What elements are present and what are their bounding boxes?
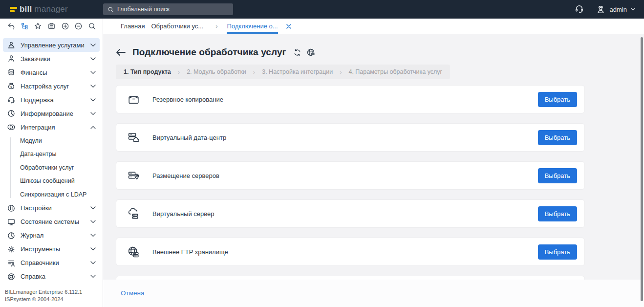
sidebar-item-integration[interactable]: Интеграция bbox=[3, 120, 100, 134]
step-separator: › bbox=[253, 68, 255, 76]
step-integration-setup: 3. Настройка интеграции bbox=[262, 68, 333, 75]
step-product-type: 1. Тип продукта bbox=[124, 68, 171, 75]
sidebar-item-label: Информирование bbox=[21, 110, 86, 117]
wizard-content: Подключение обработчика услуг 1. Тип про… bbox=[103, 34, 585, 307]
sidebar-subitem-modules[interactable]: Модули bbox=[3, 134, 100, 148]
sidebar-item-directories[interactable]: Справочники bbox=[3, 256, 100, 270]
chevron-down-icon bbox=[90, 85, 96, 88]
topbar-right: admin bbox=[575, 4, 644, 15]
version-line: BILLmanager Enterprise 6.112.1 bbox=[5, 288, 82, 296]
backup-icon bbox=[126, 93, 141, 106]
sidebar-item-journal[interactable]: Журнал bbox=[3, 229, 100, 242]
virtual-server-icon bbox=[126, 207, 141, 220]
sidebar-item-settings[interactable]: Настройки bbox=[3, 201, 100, 215]
product-card-virtual-datacenter: Виртуальный дата-центр Выбрать bbox=[116, 123, 585, 152]
finance-icon bbox=[7, 68, 16, 77]
pie-chart-icon bbox=[7, 109, 16, 118]
topbar: billmanager Глобальный поиск admin bbox=[0, 0, 644, 19]
sidebar-item-label: Финансы bbox=[21, 69, 86, 76]
sidebar-menu: Управление услугами Заказчики Финансы $ … bbox=[0, 34, 103, 284]
colocation-icon bbox=[126, 169, 141, 182]
sidebar-item-label: Настройки bbox=[21, 204, 86, 212]
sidebar-item-support[interactable]: Поддержка bbox=[3, 93, 100, 107]
sidebar-item-service-setup[interactable]: $ Настройка услуг bbox=[3, 79, 100, 93]
chevron-down-icon bbox=[631, 8, 635, 11]
sidebar-item-customers[interactable]: Заказчики bbox=[3, 52, 100, 66]
search-icon[interactable] bbox=[88, 22, 96, 30]
chevron-down-icon bbox=[90, 44, 96, 47]
sidebar-item-label: Настройка услуг bbox=[21, 83, 86, 90]
sidebar-subitem-ldap-sync[interactable]: Синхронизация с LDAP bbox=[3, 188, 100, 201]
vertical-scrollbar[interactable] bbox=[641, 37, 643, 301]
chevron-up-icon bbox=[90, 126, 96, 129]
chevron-down-icon bbox=[90, 275, 96, 278]
page-title: Подключение обработчика услуг bbox=[132, 47, 286, 58]
support-headset-icon[interactable] bbox=[575, 4, 584, 15]
chevron-down-icon bbox=[90, 71, 96, 74]
version-info: BILLmanager Enterprise 6.112.1 ISPsystem… bbox=[5, 288, 82, 303]
customers-icon bbox=[7, 54, 16, 63]
star-icon[interactable] bbox=[34, 22, 42, 30]
tab-close-icon[interactable] bbox=[286, 19, 291, 34]
logo-text-secondary: manager bbox=[34, 4, 68, 14]
money-bag-icon: $ bbox=[7, 82, 16, 90]
subbar: Главная Обработчики ус... › Подключение … bbox=[0, 19, 644, 34]
product-label: Резервное копирование bbox=[152, 96, 223, 103]
step-separator: › bbox=[340, 68, 342, 76]
global-search-placeholder: Глобальный поиск bbox=[117, 6, 170, 13]
sidebar-item-notifications[interactable]: Информирование bbox=[3, 107, 100, 120]
hierarchy-icon[interactable] bbox=[21, 22, 29, 30]
select-button[interactable]: Выбрать bbox=[538, 168, 577, 183]
back-arrow-icon[interactable] bbox=[116, 48, 126, 56]
select-button[interactable]: Выбрать bbox=[538, 206, 577, 221]
sidebar-item-finance[interactable]: Финансы bbox=[3, 66, 100, 79]
tab-home[interactable]: Главная bbox=[121, 19, 145, 34]
sidebar-item-label: Поддержка bbox=[21, 96, 86, 104]
admin-avatar-icon bbox=[596, 4, 606, 15]
sidebar-subitem-datacenters[interactable]: Дата-центры bbox=[3, 148, 100, 161]
select-button[interactable]: Выбрать bbox=[538, 92, 577, 107]
tab-connect-processor[interactable]: Подключение о... bbox=[227, 19, 278, 34]
tab-separator-chevron: › bbox=[215, 19, 217, 34]
cancel-link[interactable]: Отмена bbox=[121, 289, 144, 297]
product-label: Виртуальный дата-центр bbox=[152, 134, 226, 141]
chevron-down-icon bbox=[90, 234, 96, 237]
sidebar-item-service-management[interactable]: Управление услугами bbox=[3, 38, 100, 52]
zoom-in-icon[interactable] bbox=[61, 22, 69, 30]
zoom-out-icon[interactable] bbox=[74, 22, 83, 30]
product-label: Виртуальный сервер bbox=[152, 210, 215, 218]
svg-text:$: $ bbox=[10, 86, 12, 88]
sidebar-item-system-status[interactable]: Состояние системы bbox=[3, 215, 100, 229]
chevron-down-icon bbox=[90, 206, 96, 210]
tab-bar: Главная Обработчики ус... › Подключение … bbox=[121, 19, 291, 34]
tasks-icon[interactable] bbox=[47, 22, 56, 30]
sidebar-item-tools[interactable]: Инструменты bbox=[3, 242, 100, 256]
product-card-backup: Резервное копирование Выбрать bbox=[116, 85, 585, 113]
chevron-down-icon bbox=[90, 98, 96, 102]
logo-text-primary: bill bbox=[20, 4, 32, 14]
chevron-down-icon bbox=[90, 220, 96, 223]
global-search-input[interactable]: Глобальный поиск bbox=[103, 3, 233, 15]
sidebar-item-label: Справочники bbox=[21, 259, 86, 266]
select-button[interactable]: Выбрать bbox=[538, 130, 577, 145]
sidebar-subitem-message-gateways[interactable]: Шлюзы сообщений bbox=[3, 175, 100, 188]
globe-icon[interactable] bbox=[306, 48, 315, 57]
sidebar-subitem-service-processors[interactable]: Обработчики услуг bbox=[3, 161, 100, 175]
sidebar-item-help[interactable]: Справка bbox=[3, 270, 100, 284]
gear-icon bbox=[7, 245, 16, 254]
back-icon[interactable] bbox=[6, 22, 15, 30]
monitor-icon bbox=[7, 218, 16, 226]
sidebar-item-label: Справка bbox=[21, 273, 86, 280]
refresh-icon[interactable] bbox=[293, 48, 301, 57]
main-area: Подключение обработчика услуг 1. Тип про… bbox=[103, 34, 644, 307]
integration-icon bbox=[7, 123, 16, 132]
sidebar-item-label: Состояние системы bbox=[21, 218, 86, 225]
user-menu[interactable]: admin bbox=[596, 4, 635, 15]
tab-processing-modules[interactable]: Обработчики ус... bbox=[151, 19, 203, 34]
select-button[interactable]: Выбрать bbox=[538, 244, 577, 260]
search-icon bbox=[107, 6, 114, 13]
sidebar-item-label: Управление услугами bbox=[21, 42, 86, 49]
lifebuoy-icon bbox=[7, 272, 16, 281]
copyright-line: ISPsystem © 2004-2024 bbox=[5, 296, 82, 303]
sidebar-item-label: Заказчики bbox=[21, 55, 86, 63]
